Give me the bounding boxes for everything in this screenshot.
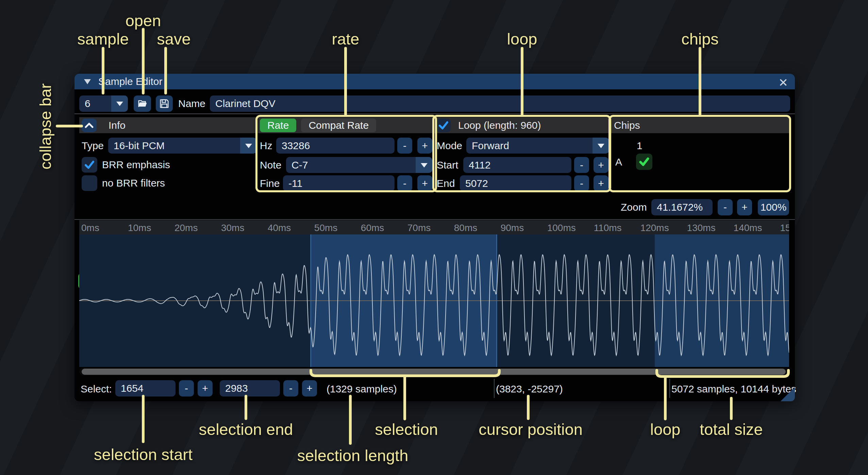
window-title: Sample Editor — [98, 76, 162, 87]
loop-end-value: 5072 — [465, 178, 488, 189]
info-panel-header: Info — [79, 117, 258, 133]
time-ruler: 0ms10ms20ms30ms40ms50ms60ms70ms80ms90ms1… — [79, 220, 789, 234]
annotation-label-open: open — [126, 11, 161, 30]
zoom-label: Zoom — [621, 199, 647, 215]
ruler-tick-label: 70ms — [407, 223, 431, 233]
fine-plus-button[interactable]: + — [417, 175, 432, 191]
hz-input[interactable]: 33286 — [276, 138, 395, 154]
loop-header-label: Loop (length: 960) — [458, 120, 541, 131]
checkmark-icon — [638, 156, 650, 168]
hz-plus-button[interactable]: + — [417, 138, 432, 154]
no-brr-filters-label: no BRR filters — [102, 175, 165, 191]
loop-start-label: Start — [437, 157, 458, 173]
waveform-display[interactable] — [79, 234, 789, 367]
annotation-label-save: save — [157, 30, 190, 48]
loop-start-minus-button[interactable]: - — [574, 157, 589, 173]
selection-end-plus-button[interactable]: + — [302, 380, 317, 397]
type-label: Type — [82, 138, 104, 154]
annotation-label-selection-length: selection length — [297, 446, 408, 465]
close-icon[interactable]: ✕ — [779, 76, 788, 89]
ruler-tick-label: 150ms — [780, 223, 789, 233]
ruler-tick-label: 90ms — [501, 223, 524, 233]
ruler-tick-label: 100ms — [547, 223, 576, 233]
zoom-reset-button[interactable]: 100% — [758, 199, 789, 215]
chips-panel-header: Chips — [611, 117, 790, 133]
selection-end-input[interactable]: 2983 — [220, 380, 280, 397]
loop-end-input[interactable]: 5072 — [460, 175, 571, 191]
window-resize-grip[interactable] — [781, 387, 795, 401]
cursor-position-text: (3823, -25297) — [496, 383, 563, 395]
dropdown-arrow-icon[interactable] — [592, 138, 609, 154]
annotation-label-loop: loop — [507, 30, 537, 48]
selection-start-input[interactable]: 1654 — [115, 380, 176, 397]
zoom-out-button[interactable]: - — [718, 199, 733, 215]
fine-minus-button[interactable]: - — [397, 175, 412, 191]
fine-input[interactable]: -11 — [283, 175, 395, 191]
note-dropdown[interactable]: C-7 — [286, 157, 432, 173]
loop-checkbox[interactable] — [436, 119, 451, 132]
ruler-tick-label: 120ms — [640, 223, 669, 233]
zoom-input[interactable]: 41.1672% — [651, 199, 713, 215]
loop-start-plus-button[interactable]: + — [594, 157, 608, 173]
select-label: Select: — [81, 383, 112, 395]
zoom-in-button[interactable]: + — [737, 199, 752, 215]
sample-name-input[interactable]: Clarinet DQV — [210, 95, 790, 112]
note-label: Note — [260, 157, 281, 173]
annotation-label-selection: selection — [375, 420, 438, 439]
ruler-tick-label: 130ms — [687, 223, 716, 233]
dropdown-arrow-icon[interactable] — [111, 95, 128, 112]
name-label: Name — [178, 95, 205, 112]
hz-minus-button[interactable]: - — [397, 138, 412, 154]
chevron-up-icon — [85, 122, 94, 128]
ruler-tick-label: 30ms — [221, 223, 244, 233]
rate-panel-header: Rate Compat Rate — [258, 117, 433, 133]
ruler-tick-label: 140ms — [734, 223, 762, 233]
sample-index-dropdown[interactable]: 6 — [79, 95, 128, 112]
chips-column-label: 1 — [637, 138, 642, 153]
no-brr-filters-checkbox[interactable] — [82, 175, 97, 191]
annotation-label-loop-bottom: loop — [650, 420, 681, 439]
window-collapse-triangle-icon[interactable] — [83, 78, 91, 85]
scrollbar-thumb[interactable] — [82, 369, 786, 375]
chip-enable-checkbox[interactable] — [636, 154, 652, 170]
loop-end-minus-button[interactable]: - — [574, 175, 589, 191]
annotation-label-selection-start: selection start — [94, 445, 193, 464]
selection-start-minus-button[interactable]: - — [179, 380, 194, 397]
brr-emphasis-checkbox[interactable] — [82, 157, 97, 173]
hz-value: 33286 — [282, 140, 310, 152]
window-titlebar[interactable]: Sample Editor ✕ — [74, 74, 795, 89]
type-dropdown[interactable]: 16-bit PCM — [108, 138, 257, 154]
annotation-label-cursor-position: cursor position — [479, 420, 583, 439]
zoom-value: 41.1672% — [657, 201, 703, 213]
hz-label: Hz — [260, 138, 272, 154]
tab-rate[interactable]: Rate — [260, 119, 296, 132]
desktop-background: Sample Editor ✕ 6 Name Clarinet DQV — [0, 0, 868, 475]
dropdown-arrow-icon[interactable] — [240, 138, 257, 154]
open-folder-icon — [137, 99, 148, 109]
ruler-tick-label: 10ms — [128, 223, 151, 233]
selection-start-value: 1654 — [121, 383, 144, 394]
save-button[interactable] — [156, 95, 173, 112]
info-header-label: Info — [108, 120, 126, 131]
loop-start-input[interactable]: 4112 — [463, 157, 571, 173]
selection-start-plus-button[interactable]: + — [198, 380, 213, 397]
open-button[interactable] — [134, 95, 151, 112]
chips-row-label: A — [615, 155, 622, 170]
ruler-tick-label: 50ms — [314, 223, 337, 233]
collapse-bar-button[interactable] — [82, 119, 97, 132]
sample-name-value: Clarinet DQV — [215, 98, 276, 109]
ruler-tick-label: 80ms — [454, 223, 477, 233]
annotation-label-total-size: total size — [700, 420, 763, 439]
waveform-scrollbar[interactable] — [79, 368, 789, 375]
tab-compat-rate[interactable]: Compat Rate — [301, 119, 376, 132]
selection-end-minus-button[interactable]: - — [283, 380, 298, 397]
loop-end-plus-button[interactable]: + — [594, 175, 608, 191]
mode-value: Forward — [472, 140, 509, 152]
annotation-label-rate: rate — [332, 30, 360, 48]
total-size-text: 5072 samples, 10144 bytes — [671, 383, 796, 395]
ruler-tick-label: 40ms — [268, 223, 291, 233]
dropdown-arrow-icon[interactable] — [416, 157, 432, 173]
mode-dropdown[interactable]: Forward — [466, 138, 609, 154]
chips-header-label: Chips — [614, 120, 640, 131]
type-value: 16-bit PCM — [114, 140, 165, 152]
